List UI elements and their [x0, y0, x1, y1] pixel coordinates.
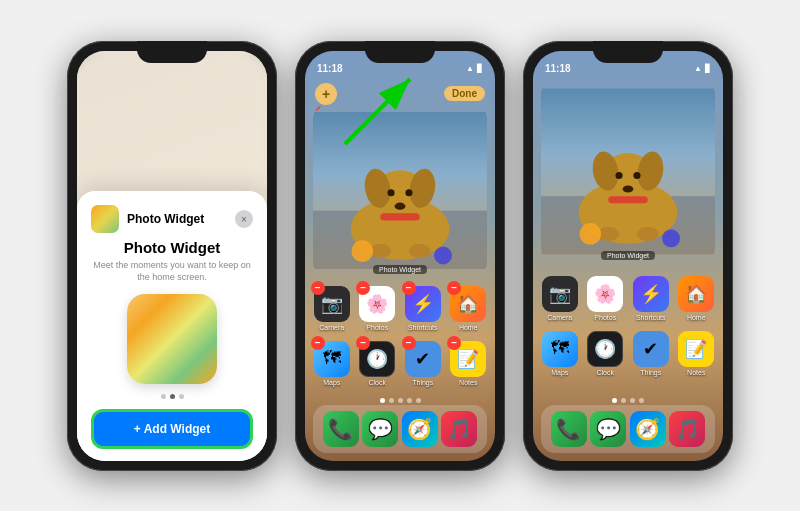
screen-3: 11:18 ▲ ▊: [533, 51, 723, 461]
widget-preview: [127, 294, 217, 384]
clock-label-2: Clock: [368, 379, 386, 386]
app-home-3[interactable]: 🏠 Home: [678, 276, 714, 321]
iphone-3: 11:18 ▲ ▊: [523, 41, 733, 471]
things-label-3: Things: [640, 369, 661, 376]
photo-widget-large-2: − Photo Widget: [313, 103, 487, 278]
dock-messages-2[interactable]: 💬: [362, 411, 398, 447]
dock-messages-3[interactable]: 💬: [590, 411, 626, 447]
clock-label-3: Clock: [596, 369, 614, 376]
dot-2: [170, 394, 175, 399]
sheet-header: Photo Widget ×: [91, 205, 253, 233]
pd3-1: [612, 398, 617, 403]
dock-safari-2[interactable]: 🧭: [402, 411, 438, 447]
dock-music-3[interactable]: 🎵: [669, 411, 705, 447]
svg-point-22: [615, 171, 622, 178]
dock-3: 📞 💬 🧭 🎵: [541, 405, 715, 453]
minus-photos-2[interactable]: −: [356, 281, 370, 295]
app-photos-2[interactable]: − 🌸 Photos: [359, 286, 395, 331]
dock-phone-2[interactable]: 📞: [323, 411, 359, 447]
app-row-2-phone2: − 🗺 Maps − 🕐 Clock − ✔ Things − 📝: [309, 341, 491, 386]
dot-3: [179, 394, 184, 399]
app-icon-photo-widget: [91, 205, 119, 233]
app-shortcuts-2[interactable]: − ⚡ Shortcuts: [405, 286, 441, 331]
svg-rect-11: [380, 213, 419, 220]
svg-point-10: [409, 243, 431, 257]
photo-widget-label-2: Photo Widget: [373, 265, 427, 274]
app-things-2[interactable]: − ✔ Things: [405, 341, 441, 386]
app-maps-2[interactable]: − 🗺 Maps: [314, 341, 350, 386]
app-notes-2[interactable]: − 📝 Notes: [450, 341, 486, 386]
pd-1: [380, 398, 385, 403]
status-time-3: 11:18: [545, 63, 571, 74]
shortcuts-label-2: Shortcuts: [408, 324, 438, 331]
notes-label-3: Notes: [687, 369, 705, 376]
maps-icon-3: 🗺: [542, 331, 578, 367]
things-icon-3: ✔: [633, 331, 669, 367]
screen-2: 11:18 ▲ ▊ + Done: [305, 51, 495, 461]
shortcuts-label-3: Shortcuts: [636, 314, 666, 321]
dock-safari-3[interactable]: 🧭: [630, 411, 666, 447]
widget-sheet: Photo Widget × Photo Widget Meet the mom…: [77, 191, 267, 460]
sheet-main-title: Photo Widget: [91, 239, 253, 256]
minus-home-2[interactable]: −: [447, 281, 461, 295]
notes-icon-3: 📝: [678, 331, 714, 367]
svg-point-24: [623, 185, 634, 192]
pd-3: [398, 398, 403, 403]
sheet-app-name: Photo Widget: [127, 212, 204, 226]
app-maps-3[interactable]: 🗺 Maps: [542, 331, 578, 376]
minus-camera-2[interactable]: −: [311, 281, 325, 295]
pd3-4: [639, 398, 644, 403]
photos-label-2: Photos: [366, 324, 388, 331]
minus-shortcuts-2[interactable]: −: [402, 281, 416, 295]
app-things-3[interactable]: ✔ Things: [633, 331, 669, 376]
sheet-subtitle: Meet the moments you want to keep on the…: [91, 260, 253, 283]
app-notes-3[interactable]: 📝 Notes: [678, 331, 714, 376]
home-label-2: Home: [459, 324, 478, 331]
photo-widget-label-3: Photo Widget: [601, 251, 655, 260]
app-clock-3[interactable]: 🕐 Clock: [587, 331, 623, 376]
status-icons-3: ▲ ▊: [694, 64, 711, 73]
dock-2: 📞 💬 🧭 🎵: [313, 405, 487, 453]
svg-point-7: [405, 189, 412, 196]
sheet-close-button[interactable]: ×: [235, 210, 253, 228]
app-camera-3[interactable]: 📷 Camera: [542, 276, 578, 321]
homescreen-bg-2: 11:18 ▲ ▊ + Done: [305, 51, 495, 461]
app-row-2-phone3: 🗺 Maps 🕐 Clock ✔ Things 📝 Notes: [537, 331, 719, 376]
camera-label-2: Camera: [319, 324, 344, 331]
dog-photo-svg-2: [313, 103, 487, 278]
pd-5: [416, 398, 421, 403]
app-row-1-phone3: 📷 Camera 🌸 Photos ⚡ Shortcuts 🏠 Home: [537, 276, 719, 321]
notes-label-2: Notes: [459, 379, 477, 386]
minus-things-2[interactable]: −: [402, 336, 416, 350]
done-button[interactable]: Done: [444, 86, 485, 101]
notch-2: [365, 41, 435, 63]
app-home-2[interactable]: − 🏠 Home: [450, 286, 486, 331]
svg-point-23: [633, 171, 640, 178]
photo-widget-large-3[interactable]: Photo Widget: [541, 79, 715, 264]
svg-point-26: [637, 226, 659, 240]
notch-1: [137, 41, 207, 63]
page-dots-sheet: [91, 394, 253, 399]
iphone-2: 11:18 ▲ ▊ + Done: [295, 41, 505, 471]
app-photos-3[interactable]: 🌸 Photos: [587, 276, 623, 321]
shortcuts-icon-3: ⚡: [633, 276, 669, 312]
minus-clock-2[interactable]: −: [356, 336, 370, 350]
jiggle-top-bar: + Done: [305, 79, 495, 109]
homescreen-bg-3: 11:18 ▲ ▊: [533, 51, 723, 461]
pd3-2: [621, 398, 626, 403]
svg-point-29: [662, 229, 680, 247]
minus-notes-2[interactable]: −: [447, 336, 461, 350]
app-clock-2[interactable]: − 🕐 Clock: [359, 341, 395, 386]
add-widget-plus-button[interactable]: +: [315, 83, 337, 105]
camera-label-3: Camera: [547, 314, 572, 321]
app-camera-2[interactable]: − 📷 Camera: [314, 286, 350, 331]
dock-music-2[interactable]: 🎵: [441, 411, 477, 447]
add-widget-button[interactable]: + Add Widget: [91, 409, 253, 449]
dock-phone-3[interactable]: 📞: [551, 411, 587, 447]
notch-3: [593, 41, 663, 63]
dog-photo-svg-3: [541, 79, 715, 264]
minus-maps-2[interactable]: −: [311, 336, 325, 350]
app-shortcuts-3[interactable]: ⚡ Shortcuts: [633, 276, 669, 321]
svg-rect-27: [608, 196, 647, 203]
svg-point-12: [352, 240, 374, 262]
